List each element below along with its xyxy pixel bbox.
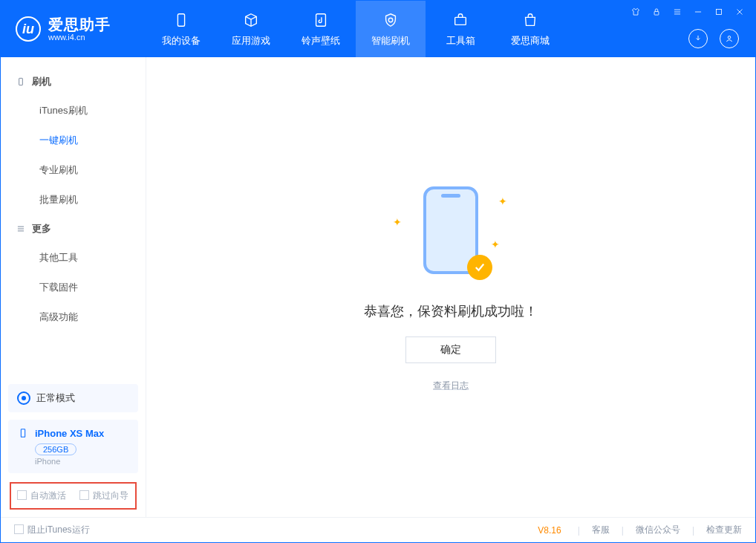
sidebar-item-batch-flash[interactable]: 批量刷机 <box>1 185 146 215</box>
checkbox-icon <box>79 490 89 500</box>
mode-status-card[interactable]: 正常模式 <box>8 384 138 412</box>
tab-label: 爱思商城 <box>511 34 550 48</box>
tab-label: 智能刷机 <box>371 34 410 48</box>
brand-subtitle: www.i4.cn <box>48 33 111 42</box>
close-icon[interactable] <box>734 7 745 17</box>
tab-label: 铃声壁纸 <box>302 34 340 48</box>
main-tabs: 我的设备 应用游戏 铃声壁纸 智能刷机 工具箱 爱思商城 <box>146 1 565 57</box>
flash-options-row: 自动激活 跳过向导 <box>10 482 137 510</box>
checkbox-skip-guide[interactable]: 跳过向导 <box>79 490 128 502</box>
tab-my-device[interactable]: 我的设备 <box>146 1 216 57</box>
version-label: V8.16 <box>538 525 561 536</box>
brand-block: iu 爱思助手 www.i4.cn <box>1 1 146 57</box>
success-illustration: ✦ ✦ ✦ <box>384 182 518 286</box>
tab-smart-flash[interactable]: 智能刷机 <box>356 1 426 57</box>
sidebar-item-itunes-flash[interactable]: iTunes刷机 <box>1 96 146 126</box>
checkbox-icon <box>17 490 27 500</box>
ok-button[interactable]: 确定 <box>405 336 496 363</box>
footer-link-update[interactable]: 检查更新 <box>706 524 742 536</box>
tab-toolbox[interactable]: 工具箱 <box>426 1 495 57</box>
main-pane: ✦ ✦ ✦ 恭喜您，保资料刷机成功啦！ 确定 查看日志 <box>146 57 755 517</box>
svg-rect-1 <box>316 14 326 27</box>
sparkle-icon: ✦ <box>393 216 402 228</box>
maximize-icon[interactable] <box>714 7 724 17</box>
tab-ringtones-wallpapers[interactable]: 铃声壁纸 <box>286 1 356 57</box>
download-button[interactable] <box>688 29 708 48</box>
sidebar-group-flash[interactable]: 刷机 <box>1 68 146 96</box>
tab-apps-games[interactable]: 应用游戏 <box>216 1 286 57</box>
shopping-bag-icon <box>521 10 540 30</box>
svg-point-3 <box>728 36 731 39</box>
footer-bar: 阻止iTunes运行 V8.16 | 客服 | 微信公众号 | 检查更新 <box>1 517 755 542</box>
svg-rect-6 <box>19 78 23 85</box>
sidebar-group-label: 刷机 <box>32 75 51 88</box>
sidebar-item-pro-flash[interactable]: 专业刷机 <box>1 155 146 185</box>
footer-link-support[interactable]: 客服 <box>592 524 610 536</box>
brand-title: 爱思助手 <box>48 16 111 33</box>
toolbox-icon <box>451 10 470 30</box>
svg-rect-2 <box>455 17 466 25</box>
device-small-icon <box>16 77 26 87</box>
lock-icon[interactable] <box>651 7 662 17</box>
phone-icon <box>172 10 191 30</box>
brand-logo-icon: iu <box>16 16 41 42</box>
svg-rect-4 <box>654 11 659 15</box>
check-badge-icon <box>467 255 492 280</box>
menu-icon[interactable] <box>672 7 682 17</box>
status-dot-icon <box>17 391 30 405</box>
window-controls <box>630 7 745 17</box>
header-right-buttons <box>688 29 739 48</box>
cube-icon <box>241 10 261 30</box>
app-window: iu 爱思助手 www.i4.cn 我的设备 应用游戏 铃声壁纸 智能刷机 <box>0 0 756 543</box>
sidebar-group-more[interactable]: 更多 <box>1 215 146 243</box>
device-capacity-badge: 256GB <box>35 443 76 455</box>
sidebar-group-label: 更多 <box>32 222 51 235</box>
account-button[interactable] <box>720 29 739 48</box>
svg-rect-7 <box>21 429 25 438</box>
sidebar-item-oneclick-flash[interactable]: 一键刷机 <box>1 126 146 155</box>
svg-rect-5 <box>717 10 722 15</box>
device-type-label: iPhone <box>35 457 129 466</box>
sparkle-icon: ✦ <box>491 238 500 250</box>
svg-rect-0 <box>177 14 184 27</box>
minimize-icon[interactable] <box>693 7 703 17</box>
device-name: iPhone XS Max <box>35 428 104 439</box>
list-icon <box>16 224 26 234</box>
success-message: 恭喜您，保资料刷机成功啦！ <box>364 302 538 320</box>
phone-small-icon <box>17 427 29 439</box>
sidebar-item-other-tools[interactable]: 其他工具 <box>1 243 146 273</box>
refresh-shield-icon <box>381 10 400 30</box>
sidebar-item-download-firmware[interactable]: 下载固件 <box>1 273 146 302</box>
tab-label: 我的设备 <box>162 34 201 48</box>
body: 刷机 iTunes刷机 一键刷机 专业刷机 批量刷机 更多 其他工具 下载固件 … <box>1 57 755 517</box>
titlebar: iu 爱思助手 www.i4.cn 我的设备 应用游戏 铃声壁纸 智能刷机 <box>1 1 755 57</box>
checkbox-icon <box>14 524 24 534</box>
view-log-link[interactable]: 查看日志 <box>433 380 469 392</box>
tab-label: 工具箱 <box>446 34 475 48</box>
shirt-icon[interactable] <box>630 7 641 17</box>
checkbox-auto-activate[interactable]: 自动激活 <box>17 490 66 502</box>
footer-link-wechat[interactable]: 微信公众号 <box>636 524 680 536</box>
sidebar-item-advanced[interactable]: 高级功能 <box>1 302 146 332</box>
device-card[interactable]: iPhone XS Max 256GB iPhone <box>8 420 138 473</box>
tab-label: 应用游戏 <box>232 34 270 48</box>
checkbox-block-itunes[interactable]: 阻止iTunes运行 <box>14 524 90 536</box>
mode-status-label: 正常模式 <box>36 391 75 405</box>
sparkle-icon: ✦ <box>498 195 507 207</box>
music-file-icon <box>311 10 330 30</box>
sidebar: 刷机 iTunes刷机 一键刷机 专业刷机 批量刷机 更多 其他工具 下载固件 … <box>1 57 146 517</box>
tab-store[interactable]: 爱思商城 <box>495 1 565 57</box>
